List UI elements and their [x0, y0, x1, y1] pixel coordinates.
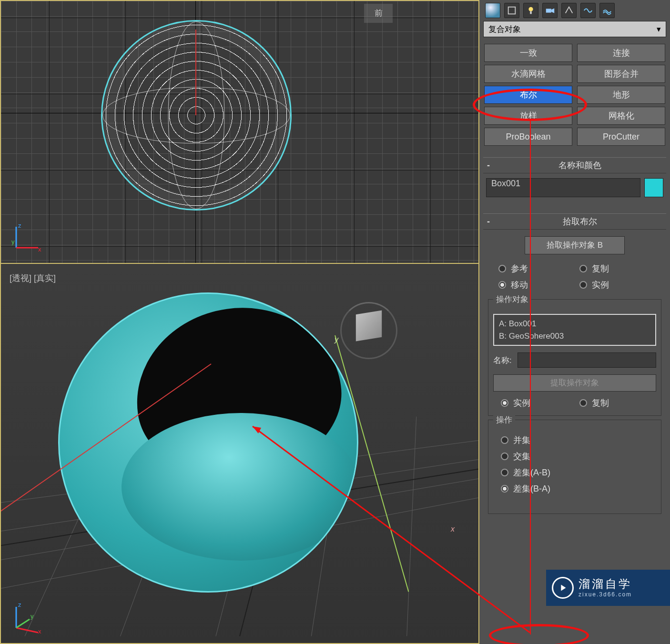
btn-mesher[interactable]: 网格化	[577, 107, 665, 125]
op-intersect[interactable]: 交集	[501, 451, 656, 462]
rollout-title: 拾取布尔	[494, 216, 666, 227]
svg-marker-27	[561, 585, 566, 591]
watermark-title: 溜溜自学	[579, 577, 632, 591]
operand-list[interactable]: A: Box001 B: GeoSphere003	[493, 314, 656, 346]
operation-group: 操作 并集 交集 差集(A-B) 差集(B-A)	[488, 420, 661, 514]
axis-y-label: y	[335, 335, 338, 344]
gizmo-y-axis	[195, 30, 196, 115]
viewport-label: [透视] [真实]	[10, 272, 56, 284]
operand-name-input[interactable]	[518, 352, 656, 368]
axis-gizmo-icon: z y x	[10, 600, 44, 634]
rollout-name-color-body: Box001	[483, 173, 666, 202]
svg-point-23	[528, 7, 533, 11]
btn-connect[interactable]: 连接	[577, 44, 665, 62]
viewcube[interactable]	[340, 302, 397, 359]
shapes-icon[interactable]	[504, 3, 519, 18]
viewport-front[interactable]: 前 z y x	[0, 0, 479, 264]
radio-copy[interactable]: 复制	[579, 263, 651, 274]
radio-move[interactable]: 移动	[498, 279, 570, 291]
rollout-title: 名称和颜色	[494, 160, 666, 171]
operand-a[interactable]: A: Box001	[499, 318, 650, 330]
btn-boolean[interactable]: 布尔	[484, 86, 572, 104]
svg-text:y: y	[11, 238, 15, 245]
svg-text:y: y	[30, 613, 34, 620]
axis-x-label: x	[451, 525, 455, 533]
svg-line-17	[16, 628, 38, 633]
create-category-icons	[483, 3, 666, 18]
extract-radio-instance[interactable]: 实例	[501, 397, 570, 409]
btn-terrain[interactable]: 地形	[577, 86, 665, 104]
rollout-pick-header[interactable]: - 拾取布尔	[483, 213, 666, 230]
name-label: 名称:	[493, 355, 512, 366]
object-color-swatch[interactable]	[644, 178, 663, 197]
viewport-perspective[interactable]: [透视] [真实] x y	[0, 264, 479, 644]
svg-line-18	[16, 619, 30, 628]
svg-rect-25	[546, 9, 551, 12]
watermark: 溜溜自学 zixue.3d66.com	[546, 570, 670, 606]
rollout-pick-body: 拾取操作对象 B 参考 复制 移动 实例 操作对象 A: Box001 B: G…	[483, 230, 666, 523]
btn-conform[interactable]: 一致	[484, 44, 572, 62]
viewport-label-bg: 前	[364, 4, 393, 23]
operands-group: 操作对象 A: Box001 B: GeoSphere003 名称: 提取操作对…	[488, 299, 661, 416]
command-panel: 复合对象 ▾ 一致 连接 水滴网格 图形合并 布尔 地形 放样 网格化 ProB…	[479, 0, 670, 644]
object-type-grid: 一致 连接 水滴网格 图形合并 布尔 地形 放样 网格化 ProBoolean …	[483, 44, 666, 146]
dropdown-value: 复合对象	[488, 24, 521, 35]
annotation-ellipse-subtract-ba	[489, 624, 589, 644]
svg-rect-22	[508, 7, 516, 14]
systems-icon[interactable]	[599, 3, 615, 18]
spacewarp-icon[interactable]	[580, 3, 596, 18]
pick-operand-b-button[interactable]: 拾取操作对象 B	[525, 236, 625, 254]
collapse-icon: -	[483, 217, 494, 227]
axis-gizmo-icon: z y x	[10, 220, 44, 253]
svg-text:z: z	[18, 601, 21, 608]
viewports: 前 z y x [透视] [真实]	[0, 0, 479, 644]
play-icon	[552, 577, 574, 599]
group-legend: 操作	[493, 414, 515, 425]
camera-icon[interactable]	[542, 3, 558, 18]
svg-text:x: x	[38, 628, 41, 634]
op-subtract-ab[interactable]: 差集(A-B)	[501, 467, 656, 478]
btn-loft[interactable]: 放样	[484, 107, 572, 125]
light-icon[interactable]	[523, 3, 538, 18]
svg-rect-24	[530, 11, 532, 14]
svg-text:x: x	[38, 246, 41, 253]
object-name-input[interactable]: Box001	[486, 178, 640, 197]
op-subtract-ba[interactable]: 差集(B-A)	[501, 483, 656, 494]
operand-b[interactable]: B: GeoSphere003	[499, 330, 650, 342]
svg-marker-26	[551, 8, 554, 13]
subcategory-dropdown[interactable]: 复合对象 ▾	[483, 21, 666, 37]
extract-radio-copy[interactable]: 复制	[579, 397, 649, 409]
chevron-down-icon: ▾	[657, 24, 661, 34]
radio-reference[interactable]: 参考	[498, 263, 570, 274]
radio-instance[interactable]: 实例	[579, 279, 651, 291]
boolean-result-shell[interactable]	[58, 292, 358, 593]
op-union[interactable]: 并集	[501, 434, 656, 446]
btn-shapemerge[interactable]: 图形合并	[577, 65, 665, 83]
btn-procutter[interactable]: ProCutter	[577, 128, 665, 146]
svg-text:z: z	[18, 222, 21, 229]
collapse-icon: -	[483, 161, 494, 171]
viewcube-cube[interactable]	[356, 310, 382, 341]
sphere-icon[interactable]	[485, 3, 500, 18]
shell-inner-sphere	[122, 413, 358, 561]
helper-icon[interactable]	[561, 3, 577, 18]
geosphere-wireframe[interactable]	[101, 20, 292, 211]
rollout-name-color-header[interactable]: - 名称和颜色	[483, 157, 666, 173]
extract-operand-button[interactable]: 提取操作对象	[493, 374, 656, 392]
btn-blobmesh[interactable]: 水滴网格	[484, 65, 572, 83]
group-legend: 操作对象	[493, 294, 531, 305]
watermark-url: zixue.3d66.com	[579, 591, 632, 598]
btn-proboolean[interactable]: ProBoolean	[484, 128, 572, 146]
